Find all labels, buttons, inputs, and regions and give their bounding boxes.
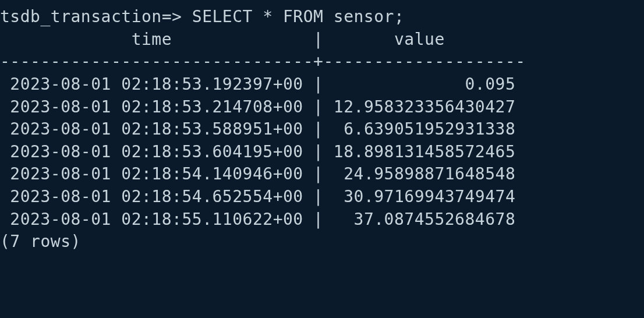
cell-value: 12.958323356430427 (334, 97, 515, 116)
table-row: 2023-08-01 02:18:53.588951+00 | 6.639051… (0, 119, 515, 139)
cell-value: 24.95898871648548 (334, 164, 515, 183)
column-header-value: value (323, 30, 444, 49)
table-row: 2023-08-01 02:18:53.192397+00 | 0.095 (0, 75, 515, 94)
terminal-output[interactable]: tsdb_transaction=> SELECT * FROM sensor;… (0, 6, 644, 253)
table-row: 2023-08-01 02:18:53.604195+00 | 18.89813… (0, 142, 515, 161)
table-row: 2023-08-01 02:18:55.110622+00 | 37.08745… (0, 210, 515, 229)
cell-value: 6.639051952931338 (334, 119, 515, 139)
table-row: 2023-08-01 02:18:54.140946+00 | 24.95898… (0, 164, 515, 183)
sql-command: SELECT * FROM sensor; (192, 7, 405, 26)
cell-value: 18.898131458572465 (334, 142, 515, 161)
cell-value: 0.095 (334, 75, 515, 94)
column-header-time: time (0, 30, 313, 49)
divider-line: -------------------------------+--------… (0, 52, 526, 71)
prompt-text: tsdb_transaction=> (0, 7, 182, 26)
cell-value: 30.97169943749474 (334, 187, 515, 206)
row-count: (7 rows) (0, 232, 81, 251)
table-row: 2023-08-01 02:18:53.214708+00 | 12.95832… (0, 97, 515, 116)
cell-value: 37.0874552684678 (334, 210, 515, 229)
table-row: 2023-08-01 02:18:54.652554+00 | 30.97169… (0, 187, 515, 206)
